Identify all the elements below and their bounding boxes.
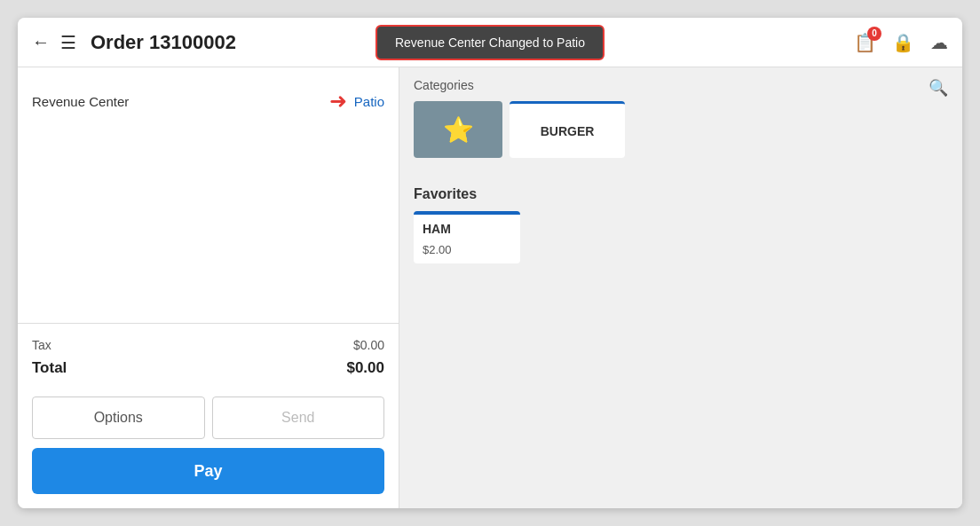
order-title: Order 13100002 xyxy=(91,31,236,54)
cloud-icon-btn[interactable]: ☁ xyxy=(930,32,948,53)
tax-row: Tax $0.00 xyxy=(32,334,384,356)
category-burger-button[interactable]: BURGER xyxy=(510,101,625,158)
right-panel: 🔍 Categories ⭐ BURGER Favorites HAM $2.0… xyxy=(399,67,962,508)
category-star-button[interactable]: ⭐ xyxy=(414,101,502,158)
send-button[interactable]: Send xyxy=(212,396,385,439)
action-buttons: Options Send xyxy=(18,388,399,448)
receipt-badge: 0 xyxy=(867,27,881,41)
screen: ← ☰ Order 13100002 Revenue Center Change… xyxy=(18,18,962,508)
header-right: 📋 0 🔒 ☁ xyxy=(854,32,948,53)
main-content: Revenue Center ➜ Patio Tax $0.00 Total $… xyxy=(18,67,962,508)
revenue-center-value[interactable]: Patio xyxy=(354,94,384,109)
red-arrow-icon: ➜ xyxy=(329,89,347,114)
receipt-icon-btn[interactable]: 📋 0 xyxy=(854,32,876,53)
favorites-title: Favorites xyxy=(414,186,948,202)
burger-category-label: BURGER xyxy=(541,124,595,138)
total-value: $0.00 xyxy=(346,359,384,377)
back-icon[interactable]: ← xyxy=(32,32,50,52)
lock-icon-btn[interactable]: 🔒 xyxy=(892,32,914,53)
header: ← ☰ Order 13100002 Revenue Center Change… xyxy=(18,18,962,67)
favorites-section: Favorites HAM $2.00 xyxy=(414,186,948,263)
options-button[interactable]: Options xyxy=(32,396,205,439)
order-details: Revenue Center ➜ Patio xyxy=(18,67,399,323)
order-footer: Tax $0.00 Total $0.00 xyxy=(18,323,399,388)
star-icon: ⭐ xyxy=(443,115,474,145)
revenue-center-label: Revenue Center xyxy=(32,94,329,109)
search-icon[interactable]: 🔍 xyxy=(929,78,948,98)
menu-icon[interactable]: ☰ xyxy=(60,32,76,53)
ham-item-price: $2.00 xyxy=(423,243,511,256)
notification-area: Revenue Center Changed to Patio xyxy=(375,25,605,60)
revenue-center-row: Revenue Center ➜ Patio xyxy=(32,82,384,121)
total-label: Total xyxy=(32,359,67,377)
ham-item-card[interactable]: HAM $2.00 xyxy=(414,211,520,263)
total-row: Total $0.00 xyxy=(32,356,384,381)
categories-title: Categories xyxy=(414,78,948,92)
ham-item-body: HAM $2.00 xyxy=(414,215,520,263)
left-panel: Revenue Center ➜ Patio Tax $0.00 Total $… xyxy=(18,67,399,508)
ham-item-name: HAM xyxy=(423,222,511,236)
header-left: ← ☰ Order 13100002 xyxy=(32,31,236,54)
notification-toast: Revenue Center Changed to Patio xyxy=(375,25,605,60)
categories-row: ⭐ BURGER xyxy=(414,101,948,158)
tax-label: Tax xyxy=(32,338,51,352)
lock-icon: 🔒 xyxy=(892,33,914,52)
cloud-icon: ☁ xyxy=(930,33,948,52)
tax-value: $0.00 xyxy=(353,338,384,352)
pay-button[interactable]: Pay xyxy=(32,448,384,494)
arrow-container: ➜ xyxy=(329,89,347,114)
